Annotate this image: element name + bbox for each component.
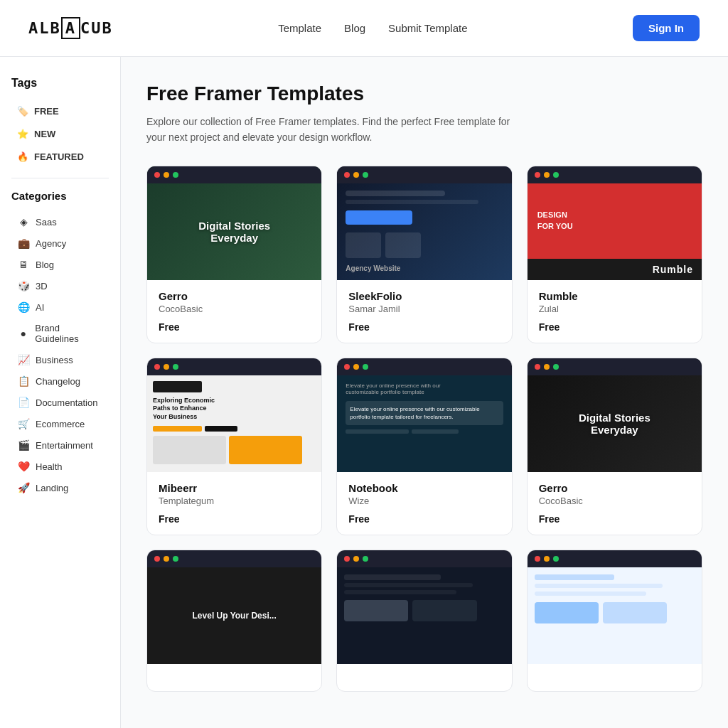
business-icon: 📈 <box>17 354 30 365</box>
dot-green-9 <box>553 556 559 562</box>
tag-free-label: FREE <box>34 106 59 117</box>
card-info-mibeerr: Mibeerr Templategum Free <box>147 472 321 535</box>
card-preview-notebook: Elevate your online presence with ourcus… <box>337 358 511 472</box>
sleek-subtitle: Agency Website <box>346 264 400 272</box>
sidebar-cat-saas[interactable]: ◈ Saas <box>11 212 109 232</box>
sidebar-divider <box>11 178 109 178</box>
mibeerr-headline: Exploring EconomicPaths to EnhanceYour B… <box>153 397 316 422</box>
sidebar-tag-new[interactable]: ⭐ NEW <box>11 124 109 144</box>
sidebar-cat-docs[interactable]: 📄 Documentation <box>11 392 109 412</box>
cat-ecommerce-label: Ecommerce <box>36 419 85 429</box>
sidebar-cat-agency[interactable]: 💼 Agency <box>11 233 109 253</box>
card-name-rumble: Rumble <box>539 290 690 302</box>
notebook-top-text: Elevate your online presence with ourcus… <box>346 382 503 395</box>
template-card-bottom3[interactable] <box>527 550 702 692</box>
changelog-icon: 📋 <box>17 375 30 387</box>
browser-bar-8 <box>337 550 511 567</box>
dot-yellow-2 <box>353 172 359 178</box>
card-preview-rumble: DESIGNFOR YOU Rumble <box>528 166 702 280</box>
sidebar-cat-blog[interactable]: 🖥 Blog <box>11 255 109 274</box>
tag-new-label: NEW <box>34 129 55 139</box>
card-info-gerro2: Gerro CocoBasic Free <box>528 472 702 535</box>
card-price-mibeerr: Free <box>159 513 310 525</box>
page-title: Free Framer Templates <box>146 82 702 105</box>
template-card-bottom1[interactable]: Level Up Your Desi... <box>146 550 322 692</box>
ai-icon: 🌐 <box>17 301 30 313</box>
template-card-gerro-2[interactable]: Digital StoriesEveryday Gerro CocoBasic … <box>527 358 702 535</box>
card-price-gerro1: Free <box>159 321 310 333</box>
card-info-sleek: SleekFolio Samar Jamil Free <box>337 280 511 343</box>
dot-yellow-3 <box>544 172 550 178</box>
tag-new-icon: ⭐ <box>17 128 28 139</box>
card-name-gerro2: Gerro <box>539 482 690 494</box>
nav-submit[interactable]: Submit Template <box>388 22 467 34</box>
landing-icon: 🚀 <box>17 482 30 493</box>
tags-title: Tags <box>11 77 109 90</box>
health-icon: ❤️ <box>17 461 30 472</box>
dot-green-7 <box>173 556 178 562</box>
dot-yellow-8 <box>353 556 359 562</box>
dot-green-8 <box>363 556 368 562</box>
cat-entertainment-label: Entertainment <box>36 440 93 451</box>
sidebar-cat-landing[interactable]: 🚀 Landing <box>11 478 109 498</box>
template-card-rumble[interactable]: DESIGNFOR YOU Rumble Rumble Zulal Free <box>527 166 702 343</box>
sidebar-cat-entertainment[interactable]: 🎬 Entertainment <box>11 435 109 455</box>
dot-red-7 <box>154 556 160 562</box>
sidebar-cat-3d[interactable]: 🎲 3D <box>11 276 109 296</box>
cat-landing-label: Landing <box>36 483 68 493</box>
cat-blog-label: Blog <box>36 259 54 270</box>
card-info-gerro1: Gerro CocoBasic Free <box>147 280 321 343</box>
main-layout: Tags 🏷️ FREE ⭐ NEW 🔥 FEATURED Categories… <box>0 57 728 728</box>
tag-featured-icon: 🔥 <box>17 151 28 162</box>
template-grid: Digital StoriesEveryday Gerro CocoBasic … <box>146 166 702 692</box>
sidebar-tag-featured[interactable]: 🔥 FEATURED <box>11 146 109 166</box>
card-name-mibeerr: Mibeerr <box>159 482 310 494</box>
template-card-gerro-1[interactable]: Digital StoriesEveryday Gerro CocoBasic … <box>146 166 322 343</box>
cat-brand-label: Brand Guidelines <box>35 323 103 344</box>
template-card-mibeerr[interactable]: Exploring EconomicPaths to EnhanceYour B… <box>146 358 322 535</box>
sidebar-cat-ecommerce[interactable]: 🛒 Ecommerce <box>11 414 109 434</box>
preview-bg-sleek: Agency Website <box>337 166 511 280</box>
dot-yellow-9 <box>544 556 550 562</box>
browser-bar-9 <box>528 550 702 567</box>
saas-icon: ◈ <box>17 216 30 228</box>
gerro2-preview-text: Digital StoriesEveryday <box>579 412 651 436</box>
sidebar-cat-changelog[interactable]: 📋 Changelog <box>11 371 109 391</box>
gerro1-preview-text: Digital StoriesEveryday <box>198 220 270 244</box>
main-nav: Template Blog Submit Template <box>278 22 467 34</box>
sidebar-tag-free[interactable]: 🏷️ FREE <box>11 101 109 121</box>
sign-in-button[interactable]: Sign In <box>633 15 700 41</box>
dot-red-9 <box>535 556 540 562</box>
ecommerce-icon: 🛒 <box>17 418 30 429</box>
template-card-sleekfolio[interactable]: Agency Website SleekFolio Samar Jamil Fr… <box>336 166 512 343</box>
sidebar-cat-business[interactable]: 📈 Business <box>11 350 109 370</box>
nav-template[interactable]: Template <box>278 22 321 34</box>
dot-yellow-6 <box>544 364 550 370</box>
rumble-preview-container: DESIGNFOR YOU Rumble <box>528 183 702 280</box>
preview-bg-gerro1: Digital StoriesEveryday <box>147 166 321 280</box>
notebook-body-text: Elevate your online presence with our cu… <box>350 405 498 421</box>
card-info-bottom1 <box>147 664 321 691</box>
3d-icon: 🎲 <box>17 280 30 291</box>
cat-changelog-label: Changelog <box>36 376 80 387</box>
card-price-gerro2: Free <box>539 513 690 525</box>
docs-icon: 📄 <box>17 397 30 408</box>
card-name-sleek: SleekFolio <box>348 290 500 302</box>
tag-free-icon: 🏷️ <box>17 105 28 117</box>
sidebar-cat-ai[interactable]: 🌐 AI <box>11 297 109 317</box>
dot-red-3 <box>535 172 540 178</box>
dot-red-8 <box>344 556 350 562</box>
card-preview-mibeerr: Exploring EconomicPaths to EnhanceYour B… <box>147 358 321 472</box>
rumble-logo-text: Rumble <box>653 264 693 275</box>
card-preview-bottom2 <box>337 550 511 664</box>
template-card-notebook[interactable]: Elevate your online presence with ourcus… <box>336 358 512 535</box>
nav-blog[interactable]: Blog <box>344 22 365 34</box>
dot-yellow-7 <box>164 556 169 562</box>
sidebar-cat-health[interactable]: ❤️ Health <box>11 456 109 476</box>
card-price-notebook: Free <box>348 513 500 525</box>
template-card-bottom2[interactable] <box>336 550 512 692</box>
sidebar-cat-brand[interactable]: ● Brand Guidelines <box>11 318 109 348</box>
card-price-rumble: Free <box>539 321 690 333</box>
browser-bar-7 <box>147 550 321 567</box>
logo[interactable]: ALBACUB <box>28 19 113 37</box>
